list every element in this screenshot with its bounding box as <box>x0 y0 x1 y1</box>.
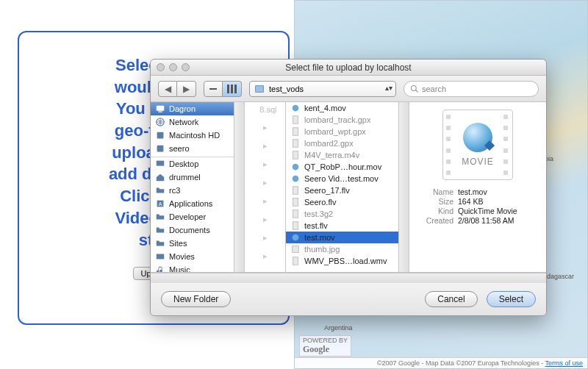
svg-rect-3 <box>158 112 162 112</box>
svg-point-25 <box>293 234 299 241</box>
file-row[interactable]: Seero_17.flv▸ <box>286 184 409 196</box>
sidebar-item-network[interactable]: Network <box>151 115 244 129</box>
meta-value: 164 KB <box>458 197 539 206</box>
file-name: Seero_17.flv <box>304 186 350 195</box>
doc-icon <box>290 150 301 160</box>
music-icon <box>155 265 165 272</box>
file-row[interactable]: thumb.jpg▸ <box>286 243 409 255</box>
img-icon <box>290 244 301 254</box>
doc-icon <box>290 185 301 196</box>
sidebar-item-label: rc3 <box>169 186 180 195</box>
browser-hscroll[interactable] <box>151 273 546 283</box>
file-dialog: Select file to upload by localhost ◀ ▶ t… <box>150 59 547 316</box>
cancel-button[interactable]: Cancel <box>425 291 477 307</box>
movies-icon <box>155 251 165 262</box>
select-button[interactable]: Select <box>487 291 536 307</box>
file-name: WMV_PBS…load.wmv <box>304 257 387 265</box>
file-name: QT_RobP…hour.mov <box>304 162 381 171</box>
sidebar-item-label: Dagron <box>169 104 196 113</box>
file-row[interactable]: test.3g2▸ <box>286 208 409 220</box>
sidebar-item-dagron[interactable]: Dagron <box>151 102 244 115</box>
quicktime-icon <box>463 123 492 152</box>
file-row[interactable]: lombard_track.gpx▸ <box>286 114 409 126</box>
file-row[interactable]: kent_4.mov▸ <box>286 102 409 114</box>
zoom-icon[interactable] <box>182 63 190 71</box>
window-controls[interactable] <box>157 63 190 71</box>
sidebar-scrollbar[interactable] <box>234 102 244 272</box>
dialog-titlebar[interactable]: Select file to upload by localhost <box>151 60 546 76</box>
svg-line-1 <box>416 90 418 92</box>
search-input[interactable]: search <box>404 81 539 97</box>
svg-rect-2 <box>157 106 165 111</box>
sidebar-item-sites[interactable]: Sites <box>151 237 244 250</box>
file-row[interactable]: QT_RobP…hour.mov▸ <box>286 161 409 173</box>
map-place-label: Argentina <box>324 324 353 332</box>
folder-icon <box>155 238 165 248</box>
column-prev[interactable]: 8.sql ▸▸▸▸▸▸▸▸ <box>245 102 286 272</box>
doc-icon <box>290 221 301 231</box>
view-list-button[interactable] <box>204 81 223 97</box>
nav-back-button[interactable]: ◀ <box>158 81 177 97</box>
minimize-icon[interactable] <box>169 63 177 71</box>
file-row[interactable]: Seero Vid…test.mov▸ <box>286 173 409 184</box>
map-terms-link[interactable]: Terms of use <box>545 359 583 367</box>
dialog-footer: New Folder Cancel Select <box>151 283 546 315</box>
file-row[interactable]: Seero.flv▸ <box>286 196 409 208</box>
chevron-left-icon: ◀ <box>165 84 171 94</box>
file-scrollbar[interactable] <box>398 102 409 272</box>
sidebar-item-documents[interactable]: Documents <box>151 223 244 237</box>
file-row[interactable]: test.mov▸ <box>286 232 409 243</box>
folder-icon <box>155 212 165 222</box>
sidebar-item-movies[interactable]: Movies <box>151 250 244 263</box>
meta-key: Name <box>417 187 453 196</box>
meta-value: QuickTime Movie <box>458 207 539 215</box>
search-icon <box>410 85 419 93</box>
folder-dropdown[interactable]: test_vods ▴▾ <box>249 81 396 97</box>
file-row[interactable]: lombard_wpt.gpx▸ <box>286 126 409 137</box>
disk-icon <box>155 143 165 154</box>
file-row[interactable]: M4V_terra.m4v▸ <box>286 149 409 161</box>
sidebar: DagronNetworkMacintosh HDseero Desktopdr… <box>151 102 245 272</box>
sidebar-item-developer[interactable]: Developer <box>151 210 244 223</box>
file-row[interactable]: WMV_PBS…load.wmv▸ <box>286 255 409 267</box>
sidebar-item-music[interactable]: Music <box>151 263 244 272</box>
svg-point-19 <box>293 164 299 171</box>
file-name: lombard_track.gpx <box>304 115 371 124</box>
sidebar-item-desktop[interactable]: Desktop <box>151 157 244 171</box>
file-name: lombard2.gpx <box>304 139 354 148</box>
close-icon[interactable] <box>157 63 165 71</box>
sidebar-item-label: seero <box>169 144 190 153</box>
svg-rect-26 <box>293 246 299 253</box>
file-name: test.mov <box>304 233 335 242</box>
sidebar-item-label: Network <box>169 118 198 126</box>
sidebar-item-rc3[interactable]: rc3 <box>151 184 244 197</box>
qt-icon <box>290 162 301 172</box>
file-row[interactable]: test.flv▸ <box>286 220 409 232</box>
nav-forward-button[interactable]: ▶ <box>177 81 196 97</box>
svg-rect-10 <box>157 254 165 259</box>
sidebar-item-seero[interactable]: seero <box>151 142 244 155</box>
sidebar-item-label: Applications <box>169 199 212 208</box>
svg-rect-24 <box>293 222 298 230</box>
app-icon: A <box>155 198 165 209</box>
svg-rect-27 <box>293 257 298 265</box>
sidebar-item-applications[interactable]: AApplications <box>151 197 244 210</box>
view-columns-button[interactable] <box>223 81 242 97</box>
new-folder-button[interactable]: New Folder <box>161 291 231 307</box>
sidebar-item-macintosh-hd[interactable]: Macintosh HD <box>151 129 244 142</box>
dialog-toolbar: ◀ ▶ test_vods ▴▾ search <box>151 76 546 102</box>
map-powered-by: POWERED BYGoogle <box>299 335 351 357</box>
file-name: Seero Vid…test.mov <box>304 174 379 183</box>
column-view-icon <box>227 85 237 93</box>
chevron-right-icon: ▶ <box>183 84 190 94</box>
svg-rect-23 <box>293 210 298 218</box>
column-prev-item[interactable]: 8.sql <box>251 105 280 114</box>
chevron-updown-icon: ▴▾ <box>385 84 392 92</box>
search-placeholder: search <box>422 85 446 93</box>
svg-rect-17 <box>293 140 298 148</box>
svg-rect-16 <box>293 128 298 136</box>
svg-point-14 <box>293 105 299 112</box>
file-row[interactable]: lombard2.gpx▸ <box>286 137 409 149</box>
meta-key: Kind <box>417 207 453 215</box>
sidebar-item-drummel[interactable]: drummel <box>151 171 244 184</box>
